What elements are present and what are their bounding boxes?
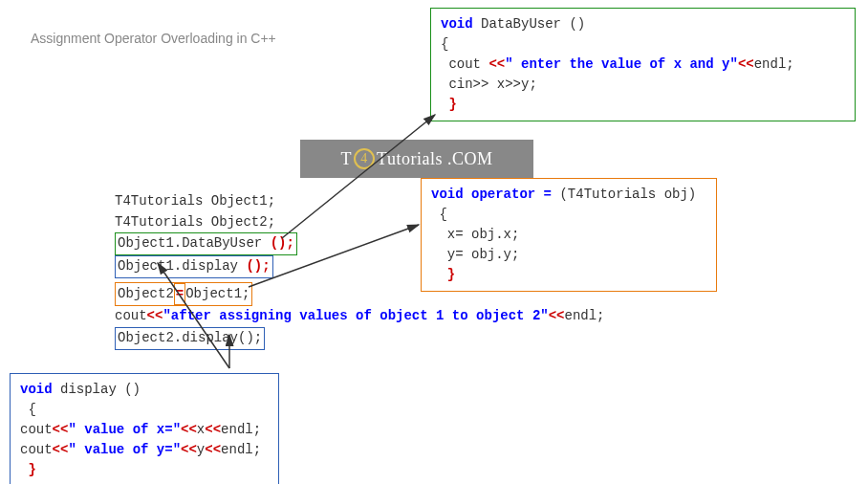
op: << <box>53 442 69 457</box>
cin-line: cin>> x>>y; <box>441 75 845 95</box>
brace-open: { <box>441 34 845 55</box>
call-display1: Object1.display (); <box>115 255 273 278</box>
string: " value of x=" <box>68 422 181 437</box>
op: << <box>549 308 565 323</box>
cout: cout <box>20 442 53 457</box>
logo-rest: Tutorials .COM <box>377 149 492 169</box>
semi: ; <box>253 442 261 457</box>
string: " enter the value of x and y" <box>505 56 738 72</box>
op: << <box>147 308 163 323</box>
display-code-box: void display () { cout<<" value of x="<<… <box>10 373 279 484</box>
op: << <box>205 442 221 457</box>
cout: cout <box>115 308 147 323</box>
cout: cout <box>441 56 488 72</box>
semi: ; <box>597 308 604 323</box>
brace-close: } <box>441 95 845 115</box>
op: << <box>53 422 69 437</box>
string: "after assigning values of object 1 to o… <box>163 308 548 323</box>
decl-obj2: T4Tutorials Object2; <box>115 212 605 233</box>
main-code: T4Tutorials Object1; T4Tutorials Object2… <box>115 191 605 350</box>
logo-t: T <box>341 149 353 169</box>
cout: cout <box>20 422 53 437</box>
var: y <box>197 442 205 457</box>
op: << <box>205 422 221 437</box>
assignment-call: Object2=Object1; <box>115 282 252 307</box>
call-databyuser: Object1.DataByUser (); <box>115 232 297 255</box>
semi: ; <box>786 56 793 72</box>
equals-op: = <box>174 283 185 306</box>
logo-watermark: T 4 Tutorials .COM <box>300 140 533 178</box>
call-display2: Object2.display(); <box>115 327 265 350</box>
endl: endl <box>221 422 253 437</box>
endl: endl <box>754 56 787 72</box>
decl-obj1: T4Tutorials Object1; <box>115 191 605 212</box>
var: x <box>197 422 205 437</box>
op: << <box>738 56 754 72</box>
semi: ; <box>253 422 261 437</box>
databyuser-code-box: void DataByUser () { cout <<" enter the … <box>430 8 856 121</box>
page-title: Assignment Operator Overloading in C++ <box>31 31 276 46</box>
op: << <box>488 56 505 72</box>
endl: endl <box>565 308 597 323</box>
endl: endl <box>221 442 253 457</box>
op: << <box>181 442 197 457</box>
logo-four-icon: 4 <box>354 148 375 169</box>
brace-close: } <box>20 460 269 480</box>
string: " value of y=" <box>68 442 181 457</box>
op: << <box>181 422 197 437</box>
brace-open: { <box>20 400 269 420</box>
